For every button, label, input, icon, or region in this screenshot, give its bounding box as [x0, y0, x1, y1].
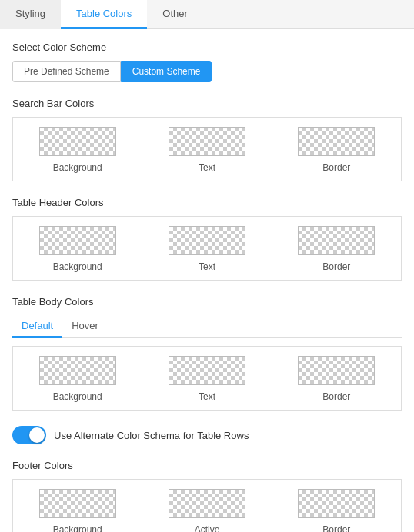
sub-tab-default[interactable]: Default	[12, 315, 62, 338]
table-body-colors-title: Table Body Colors	[12, 296, 402, 308]
table-header-colors-group: Table Header Colors Background Text Bord…	[12, 197, 402, 281]
table-body-border-swatch[interactable]	[298, 356, 375, 385]
table-body-text-swatch[interactable]	[169, 356, 245, 385]
search-bar-background-cell: Background	[13, 118, 142, 181]
footer-active-swatch[interactable]	[169, 489, 245, 518]
body-sub-tabs: Default Hover	[12, 315, 402, 338]
search-bar-color-row: Background Text Border	[12, 117, 402, 181]
scheme-buttons: Pre Defined Scheme Custom Scheme	[12, 61, 402, 82]
tab-other[interactable]: Other	[147, 0, 203, 29]
footer-background-swatch[interactable]	[39, 489, 116, 518]
custom-scheme-button[interactable]: Custom Scheme	[121, 61, 212, 82]
search-bar-border-swatch[interactable]	[298, 127, 375, 156]
table-header-background-cell: Background	[13, 217, 142, 280]
footer-border-swatch[interactable]	[298, 489, 375, 518]
footer-color-row: Background Active Border	[12, 479, 402, 532]
table-header-border-label: Border	[322, 261, 350, 272]
color-scheme-label: Select Color Scheme	[12, 42, 402, 53]
table-header-colors-title: Table Header Colors	[12, 197, 402, 208]
alternate-color-toggle[interactable]	[12, 426, 46, 444]
table-header-text-label: Text	[199, 261, 215, 272]
footer-border-label: Border	[322, 524, 350, 532]
search-bar-colors-group: Search Bar Colors Background Text Border	[12, 98, 402, 181]
table-body-text-cell: Text	[142, 347, 272, 410]
table-header-background-label: Background	[53, 261, 102, 272]
search-bar-text-label: Text	[199, 162, 215, 173]
alternate-color-toggle-row: Use Alternate Color Schema for Table Row…	[12, 426, 402, 444]
table-body-color-row: Background Text Border	[12, 346, 402, 411]
search-bar-background-label: Background	[53, 162, 102, 173]
table-body-text-label: Text	[199, 391, 215, 402]
search-bar-border-label: Border	[322, 162, 350, 173]
table-header-text-swatch[interactable]	[169, 226, 245, 255]
footer-colors-group: Footer Colors Background Active Border	[12, 460, 402, 532]
table-header-border-cell: Border	[272, 217, 401, 280]
table-header-text-cell: Text	[142, 217, 272, 280]
footer-active-cell: Active	[142, 480, 272, 532]
search-bar-text-swatch[interactable]	[169, 127, 245, 156]
table-header-color-row: Background Text Border	[12, 216, 402, 281]
table-header-border-swatch[interactable]	[298, 226, 375, 255]
footer-background-label: Background	[53, 524, 102, 532]
table-body-background-swatch[interactable]	[39, 356, 116, 385]
footer-colors-title: Footer Colors	[12, 460, 402, 471]
main-content: Select Color Scheme Pre Defined Scheme C…	[0, 29, 414, 532]
pre-defined-scheme-button[interactable]: Pre Defined Scheme	[12, 61, 121, 82]
table-body-border-label: Border	[322, 391, 350, 402]
search-bar-text-cell: Text	[142, 118, 272, 181]
table-body-border-cell: Border	[272, 347, 401, 410]
sub-tab-hover[interactable]: Hover	[62, 315, 108, 338]
alternate-color-toggle-label: Use Alternate Color Schema for Table Row…	[54, 430, 249, 441]
search-bar-colors-title: Search Bar Colors	[12, 98, 402, 109]
table-body-background-label: Background	[53, 391, 102, 402]
table-body-colors-group: Table Body Colors Default Hover Backgrou…	[12, 296, 402, 411]
search-bar-background-swatch[interactable]	[39, 127, 116, 156]
footer-border-cell: Border	[272, 480, 401, 532]
tab-styling[interactable]: Styling	[0, 0, 61, 29]
table-header-background-swatch[interactable]	[39, 226, 116, 255]
tab-table-colors[interactable]: Table Colors	[61, 0, 147, 29]
footer-background-cell: Background	[13, 480, 142, 532]
footer-active-label: Active	[195, 524, 220, 532]
search-bar-border-cell: Border	[272, 118, 401, 181]
tab-bar: Styling Table Colors Other	[0, 0, 414, 29]
table-body-background-cell: Background	[13, 347, 142, 410]
